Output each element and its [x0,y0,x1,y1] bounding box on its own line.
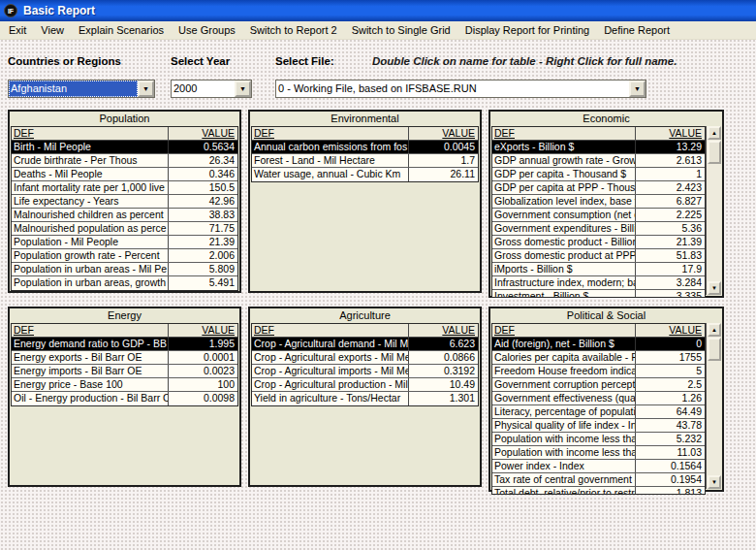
menu-item-display-report-for-printing[interactable]: Display Report for Printing [458,22,597,38]
year-dropdown[interactable]: 2000 ▼ [171,80,252,98]
def-cell[interactable]: Energy imports - Bil Barr OE [12,365,168,377]
file-dropdown-value[interactable]: 0 - Working File, based on IFSBASE.RUN [276,81,629,97]
def-cell[interactable]: Infant mortality rate per 1,000 live [12,181,168,194]
def-cell[interactable]: Crop - Agricultural imports - Mil Me [252,365,408,377]
def-column-header[interactable]: DEF [12,324,168,337]
table-row[interactable]: Deaths - Mil People0.346 [12,168,237,181]
value-cell[interactable]: 0.1564 [635,460,705,472]
value-cell[interactable]: 21.39 [635,236,705,248]
def-cell[interactable]: Government corruption perceptio [492,378,635,391]
def-cell[interactable]: eXports - Billion $ [492,141,635,153]
value-cell[interactable]: 1755 [635,351,705,364]
value-cell[interactable]: 64.49 [635,405,705,418]
def-cell[interactable]: Forest - Land - Mil Hectare [252,154,408,167]
def-cell[interactable]: Life expectancy - Years [12,195,168,208]
chevron-down-icon[interactable]: ▼ [138,81,154,97]
table-row[interactable]: Physical quality of life index - Ind43.7… [492,419,705,433]
def-cell[interactable]: Crop - Agricultural exports - Mil Me [252,351,408,364]
table-row[interactable]: GDP per capita - Thousand $1 [492,168,705,181]
value-cell[interactable]: 1.813 [635,487,705,494]
value-column-header[interactable]: VALUE [408,127,478,140]
table-row[interactable]: Literacy, percentage of populatio64.49 [492,405,705,419]
value-cell[interactable]: 2.613 [635,154,705,167]
def-cell[interactable]: Literacy, percentage of populatio [492,405,635,418]
table-row[interactable]: GDP annual growth rate - Growth2.613 [492,154,705,168]
def-cell[interactable]: Yield in agriculture - Tons/Hectar [252,392,408,405]
vertical-scrollbar[interactable]: ▲▼ [706,323,721,489]
value-cell[interactable]: 71.75 [168,222,237,235]
value-cell[interactable]: 0 [635,338,705,350]
table-row[interactable]: Birth - Mil People0.5634 [12,141,237,154]
value-cell[interactable]: 2.423 [635,181,705,194]
table-row[interactable]: Water usage, annual - Cubic Km26.11 [252,168,478,181]
def-cell[interactable]: Population - Mil People [12,236,168,248]
scroll-up-icon[interactable]: ▲ [708,323,721,337]
menu-item-define-report[interactable]: Define Report [597,22,677,38]
table-row[interactable]: Crude birthrate - Per Thous26.34 [12,154,237,168]
def-cell[interactable]: Aid (foreign), net - Billion $ [492,338,635,350]
value-cell[interactable]: 0.0001 [168,351,237,364]
table-row[interactable]: Oil - Energy production - Bil Barr C0.00… [12,392,237,405]
table-row[interactable]: Population in urban areas - Mil Pe5.809 [12,263,237,276]
table-row[interactable]: Crop - Agricultural demand - Mil M6.623 [252,338,478,351]
table-row[interactable]: GDP per capita at PPP - Thousar2.423 [492,181,705,195]
table-row[interactable]: Government effectiveness (qualit1.26 [492,392,705,405]
def-cell[interactable]: Population in urban areas, growth [12,276,168,290]
table-row[interactable]: Infant mortality rate per 1,000 live150.… [12,181,237,195]
value-cell[interactable]: 3.284 [635,276,705,289]
value-column-header[interactable]: VALUE [635,127,705,140]
def-column-header[interactable]: DEF [252,324,408,337]
value-cell[interactable]: 100 [168,378,237,391]
scroll-down-icon[interactable]: ▼ [708,281,721,295]
table-row[interactable]: iMports - Billion $17.9 [492,263,705,276]
value-cell[interactable]: 26.11 [408,168,478,181]
def-cell[interactable]: Annual carbon emissions from fos [252,141,408,153]
table-row[interactable]: Annual carbon emissions from fos0.0045 [252,141,478,154]
def-column-header[interactable]: DEF [492,324,635,337]
def-cell[interactable]: Population with income less than [492,446,635,459]
def-cell[interactable]: GDP per capita at PPP - Thousar [492,181,635,194]
def-cell[interactable]: Malnourished population as perce [12,222,168,235]
menu-item-exit[interactable]: Exit [2,22,34,38]
table-row[interactable]: Energy price - Base 100100 [12,378,237,392]
def-cell[interactable]: Gross domestic product - Billion $ [492,236,635,248]
table-row[interactable]: Gross domestic product - Billion $21.39 [492,236,705,249]
table-row[interactable]: Investment - Billion $3.335 [492,290,705,297]
table-row[interactable]: Total debt, relative/prior to restruct1.… [492,487,705,494]
def-cell[interactable]: Freedom House freedom indicato [492,365,635,377]
def-cell[interactable]: Deaths - Mil People [12,168,168,180]
value-column-header[interactable]: VALUE [635,324,705,337]
table-row[interactable]: Energy exports - Bil Barr OE0.0001 [12,351,237,365]
def-cell[interactable]: Government expenditures - Billion [492,222,635,235]
table-row[interactable]: Malnourished population as perce71.75 [12,222,237,236]
table-row[interactable]: Crop - Agricultural production - Mil10.4… [252,378,478,392]
value-cell[interactable]: 0.0866 [408,351,478,364]
def-column-header[interactable]: DEF [12,127,168,140]
def-cell[interactable]: GDP annual growth rate - Growth [492,154,635,167]
def-cell[interactable]: Physical quality of life index - Ind [492,419,635,432]
value-cell[interactable]: 5.36 [635,222,705,235]
country-dropdown-value[interactable]: Afghanistan [9,81,138,97]
table-row[interactable]: eXports - Billion $13.29 [492,141,705,154]
table-row[interactable]: Infrastructure index, modern; base3.284 [492,276,705,290]
menu-item-use-groups[interactable]: Use Groups [172,22,243,38]
def-cell[interactable]: Population in urban areas - Mil Pe [12,263,168,275]
def-cell[interactable]: Energy price - Base 100 [12,378,168,391]
def-cell[interactable]: Population with income less than [492,433,635,445]
scrollbar-thumb[interactable] [708,338,721,361]
def-cell[interactable]: Energy exports - Bil Barr OE [12,351,168,364]
table-row[interactable]: Globalization level index, base ye6.827 [492,195,705,209]
table-row[interactable]: Power index - Index0.1564 [492,460,705,473]
value-cell[interactable]: 3.335 [635,290,705,297]
table-row[interactable]: Calories per capita available - Per1755 [492,351,705,365]
def-column-header[interactable]: DEF [492,127,635,140]
def-cell[interactable]: Government consumption (net of [492,209,635,221]
value-cell[interactable]: 1 [635,168,705,180]
value-cell[interactable]: 1.7 [408,154,478,167]
value-cell[interactable]: 5.809 [168,263,237,275]
value-cell[interactable]: 43.78 [635,419,705,432]
value-cell[interactable]: 6.623 [408,338,478,350]
def-cell[interactable]: Total debt, relative/prior to restruct [492,487,635,494]
value-cell[interactable]: 5.491 [168,276,237,290]
value-cell[interactable]: 0.1954 [635,473,705,486]
